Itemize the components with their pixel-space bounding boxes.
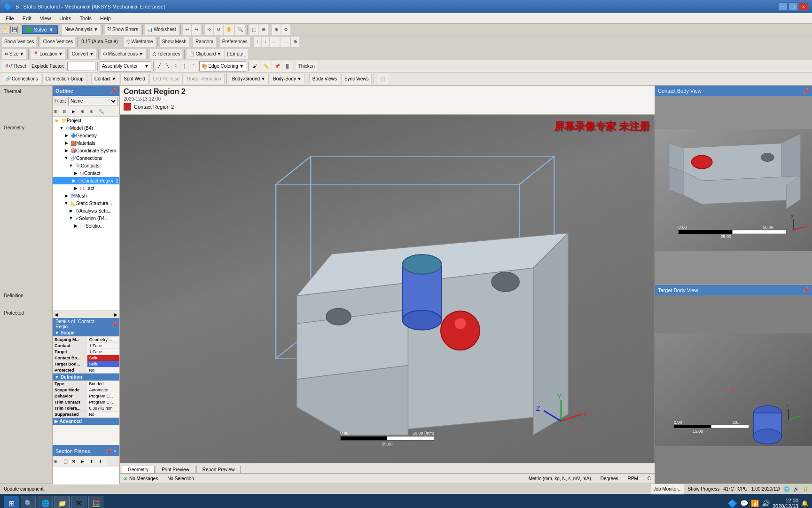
marker-tool[interactable]: 📌 (272, 61, 282, 71)
menu-file[interactable]: File (2, 15, 18, 22)
viewport-canvas[interactable]: 屏幕录像专家 未注册 (120, 115, 655, 463)
end-release-button[interactable]: End Release (149, 74, 183, 84)
tb-pan[interactable]: ✋ (224, 24, 234, 35)
tree-connections[interactable]: ▼ 🔗 Connections (53, 154, 119, 162)
contact-body-canvas[interactable]: 0.00 50.00 25.00 X Z (655, 96, 812, 285)
menu-units[interactable]: Units (55, 15, 75, 22)
angle-5[interactable]: ⋮ (189, 61, 198, 71)
tb-box-zoom[interactable]: ⬚ (250, 24, 258, 35)
tree-solution-item[interactable]: ▶ 📄 Solutio... (53, 222, 119, 230)
filter-select[interactable]: Name (68, 97, 117, 105)
tree-project[interactable]: ▶ 📁 Project (53, 117, 119, 124)
assembly-center-button[interactable]: Assembly Center ▼ (100, 61, 151, 71)
tb-settings[interactable]: ⚙ (281, 24, 290, 35)
section-planes-pin[interactable]: 📌 (105, 448, 112, 454)
tree-contact-1[interactable]: ▶ ⬡ Contact (53, 169, 119, 177)
tab-geometry[interactable]: Geometry (122, 466, 155, 473)
tb-rotate[interactable]: ↺ (214, 24, 223, 35)
maximize-button[interactable]: □ (789, 2, 798, 11)
paint-tools[interactable]: 🖌 (250, 61, 260, 71)
tb-cursor[interactable]: ⊞ (272, 24, 281, 35)
empty-button[interactable]: [ Empty ] (225, 49, 248, 59)
body-interaction-button[interactable]: Body Interaction (184, 74, 224, 84)
solve-dropdown-arrow[interactable]: ▼ (49, 27, 54, 32)
tree-static[interactable]: ▼ 📐 Static Structura... (53, 199, 119, 207)
new-analysis-button[interactable]: New Analysis ▼ (62, 24, 100, 35)
tb-fit[interactable]: ⊕ (259, 24, 268, 35)
target-body-pin[interactable]: 📌 (803, 287, 809, 293)
tree-analysis[interactable]: ▶ ⚙ Analysis Setti... (53, 207, 119, 214)
tb-redo[interactable]: ↪ (192, 24, 201, 35)
tree-solution[interactable]: ▼ ✔ Solution (B4... (53, 214, 119, 222)
contact-body-pin[interactable]: 📌 (803, 88, 809, 94)
bar-chart-icon[interactable]: ||| (283, 61, 292, 71)
connection-group-button[interactable]: Connection Group (42, 74, 87, 84)
convert-button[interactable]: Convert ▼ (70, 49, 96, 59)
outline-tb-1[interactable]: ⊞ (54, 107, 62, 116)
tree-model[interactable]: ▼ ⚙ Model (B4) (53, 124, 119, 132)
scroll-right[interactable]: ▶ (114, 312, 117, 317)
details-pin[interactable]: 📌 (111, 322, 117, 327)
sp-btn-5[interactable]: ⬆ (89, 457, 98, 466)
outline-tb-4[interactable]: ⊕ (80, 107, 89, 116)
tree-geometry[interactable]: ▶ 🔷 Geometry (53, 132, 119, 139)
menu-edit[interactable]: Edit (19, 15, 35, 22)
outline-tb-5[interactable]: ⊘ (89, 107, 98, 116)
spot-weld-button[interactable]: Spot Weld (120, 74, 148, 84)
taskbar-folder[interactable]: 📁 (55, 496, 70, 508)
tree-contact-3[interactable]: ▶ ⬡ ...act (53, 184, 119, 192)
explode-factor-input[interactable] (67, 62, 95, 71)
ruler-tool[interactable]: 📏 (261, 61, 271, 71)
tree-contacts[interactable]: ▼ 📎 Contacts (53, 162, 119, 169)
outline-tb-3[interactable]: ▶ (71, 107, 80, 116)
view-front[interactable]: ↑ (254, 37, 261, 47)
size-button[interactable]: ⇔ Size ▼ (2, 49, 26, 59)
sp-btn-4[interactable]: ▶ (80, 457, 89, 466)
view-iso[interactable]: ⊕ (291, 37, 299, 47)
start-button[interactable]: ⊞ (4, 496, 19, 508)
menu-tools[interactable]: Tools (76, 15, 95, 22)
angle-1[interactable]: ╱ (156, 61, 163, 71)
view-right[interactable]: → (281, 37, 290, 47)
target-body-canvas[interactable]: 0.00 30... 15.00 Y Z × (655, 295, 812, 484)
miscellaneous-button[interactable]: ⚙ Miscellaneous ▼ (101, 49, 146, 59)
tree-materials[interactable]: ▶ 🧱 Materials (53, 139, 119, 147)
taskbar-search[interactable]: 🔍 (21, 496, 36, 508)
angle-4[interactable]: ╎ (180, 61, 188, 71)
body-views-button[interactable]: Body Views (309, 74, 340, 84)
taskbar-edge[interactable]: 🌐 (38, 496, 53, 508)
outline-pin[interactable]: 📌 (110, 88, 117, 94)
outline-tb-6[interactable]: 🔍 (98, 107, 107, 116)
show-vertices-button[interactable]: Show Vertices (2, 37, 36, 47)
show-mesh-button[interactable]: Show Mesh (160, 37, 189, 47)
job-monitor-button[interactable]: Job Monitor... (651, 484, 684, 494)
sp-btn-6[interactable]: ⬇ (98, 457, 107, 466)
section-planes-close[interactable]: × (114, 448, 117, 454)
minimize-button[interactable]: − (778, 2, 788, 11)
angle-2[interactable]: ╲ (164, 61, 172, 71)
view-left[interactable]: ← (270, 37, 280, 47)
tb-select[interactable]: ⊹ (205, 24, 213, 35)
tab-print-preview[interactable]: Print Preview (156, 466, 195, 473)
sp-btn-1[interactable]: ⊞ (54, 457, 62, 466)
connections-button[interactable]: 🔗 Connections (2, 74, 41, 84)
clipboard-button[interactable]: 📋 Clipboard ▼ (187, 49, 224, 59)
sp-btn-2[interactable]: 📋 (62, 457, 71, 466)
sp-btn-3[interactable]: ✖ (71, 457, 80, 466)
tolerances-button[interactable]: ⚖ Tolerances (150, 49, 182, 59)
preferences-button[interactable]: Preferences (220, 37, 250, 47)
menu-view[interactable]: View (36, 15, 55, 22)
thicken-button[interactable]: Thicken (296, 61, 317, 71)
sync-views-button[interactable]: Sync Views (341, 74, 372, 84)
extra-view-button[interactable]: ⬜ (376, 74, 388, 84)
location-button[interactable]: 📍 Location ▼ (31, 49, 65, 59)
solve-button[interactable]: Solve ▼ (22, 25, 58, 34)
reset-button[interactable]: ↺ ↺ Reset (2, 61, 29, 71)
tab-report-preview[interactable]: Report Preview (196, 466, 241, 473)
scroll-left[interactable]: ◀ (55, 312, 58, 317)
taskbar-mail[interactable]: ✉ (71, 496, 86, 508)
view-back[interactable]: ↓ (262, 37, 269, 47)
menu-help[interactable]: Help (96, 15, 115, 22)
tb-zoom[interactable]: 🔍 (235, 24, 245, 35)
angle-3[interactable]: ⌇ (172, 61, 180, 71)
